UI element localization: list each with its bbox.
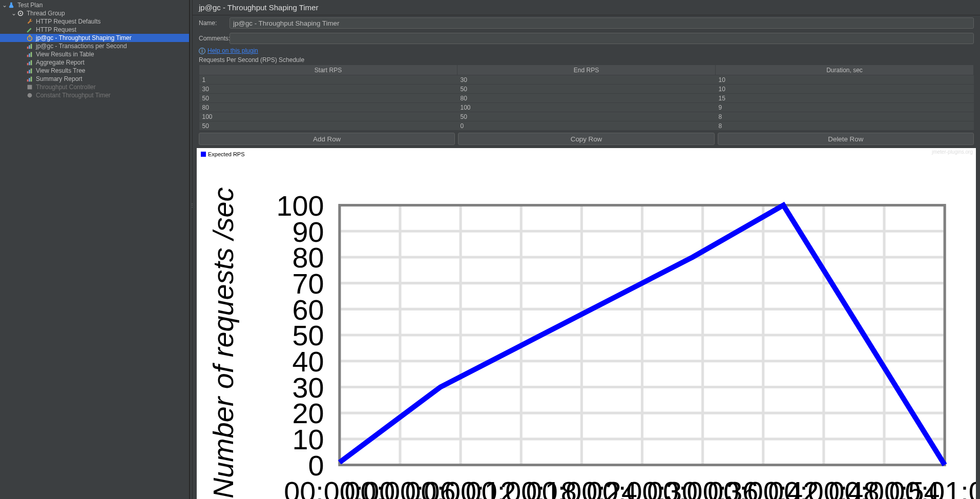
table-row[interactable]: 508015 [199,94,974,103]
panel-title: jp@gc - Throughput Shaping Timer [193,0,980,15]
tree-panel: ⌄Test Plan⌄Thread GroupHTTP Request Defa… [0,0,190,499]
name-label: Name: [199,19,230,27]
help-link[interactable]: Help on this plugin [207,47,258,54]
delete-row-button[interactable]: Delete Row [718,133,974,145]
tree-arrow-icon[interactable]: ⌄ [11,9,16,17]
timer-icon [26,34,34,42]
flask-icon [7,1,15,9]
cell[interactable]: 30 [457,75,716,85]
svg-rect-18 [31,77,32,82]
cell[interactable]: 50 [199,94,457,103]
tree-item-5[interactable]: jp@gc - Transactions per Second [0,42,189,50]
tree-item-label: Test Plan [17,1,43,9]
rps-table[interactable]: Start RPSEnd RPSDuration, sec 1301030501… [199,65,974,131]
chart-icon [26,58,34,67]
tree-item-2[interactable]: HTTP Request Defaults [0,17,189,26]
help-row: i Help on this plugin [193,46,980,55]
chart-icon [26,50,34,58]
svg-text:00:01:00: 00:01:00 [889,476,976,499]
rps-table-wrap: Start RPSEnd RPSDuration, sec 1301030501… [193,65,980,131]
cell[interactable]: 15 [716,94,974,103]
svg-point-1 [20,13,22,14]
schedule-label: Requests Per Second (RPS) Schedule [193,55,980,65]
tree-item-label: jp@gc - Throughput Shaping Timer [36,34,132,42]
cell[interactable]: 10 [716,85,974,94]
table-row[interactable]: 305010 [199,85,974,94]
chart-area: Expected RPS jmeter-plugins.org 01020304… [197,148,976,499]
col-header-2[interactable]: Duration, sec [716,65,974,75]
comments-label: Comments: [199,35,230,42]
info-icon: i [199,48,205,54]
cell[interactable]: 50 [199,121,457,131]
tree-item-label: Throughput Controller [36,83,96,91]
svg-rect-8 [29,53,30,57]
tree-item-7[interactable]: Aggregate Report [0,58,189,67]
svg-rect-9 [31,52,32,57]
chart-icon [26,42,34,50]
cell[interactable]: 80 [457,94,716,103]
svg-rect-14 [29,70,30,73]
tree-item-10[interactable]: Throughput Controller [0,83,189,91]
svg-rect-4 [27,47,29,49]
tree-arrow-icon[interactable]: ⌄ [2,1,7,9]
comments-row: Comments: [193,31,980,46]
svg-rect-7 [27,55,29,57]
tree-item-9[interactable]: Summary Report [0,75,189,83]
svg-rect-13 [27,71,29,73]
comments-input[interactable] [230,33,974,44]
cell[interactable]: 50 [457,85,716,94]
tree-item-label: View Results in Table [36,50,94,58]
main-panel: jp@gc - Throughput Shaping Timer Name: C… [193,0,980,499]
cell[interactable]: 8 [716,112,974,121]
cell[interactable]: 100 [199,112,457,121]
tree-item-4[interactable]: jp@gc - Throughput Shaping Timer [0,34,189,42]
tree-item-label: HTTP Request Defaults [36,17,101,26]
circle-icon [26,91,34,99]
tree-item-label: Summary Report [36,75,82,83]
svg-rect-3 [29,35,31,36]
svg-text:Number of requests /sec: Number of requests /sec [207,187,239,498]
tree-item-6[interactable]: View Results in Table [0,50,189,58]
table-row[interactable]: 13010 [199,75,974,85]
cell[interactable]: 8 [716,121,974,131]
splitter[interactable] [190,0,193,499]
svg-rect-16 [27,79,29,81]
cell[interactable]: 10 [716,75,974,85]
col-header-1[interactable]: End RPS [457,65,716,75]
cell[interactable]: 1 [199,75,457,85]
cell[interactable]: 50 [457,112,716,121]
table-row[interactable]: 801009 [199,103,974,112]
add-row-button[interactable]: Add Row [199,133,455,145]
cell[interactable]: 30 [199,85,457,94]
gear-icon [16,9,25,17]
svg-rect-17 [29,78,30,81]
tree-item-0[interactable]: ⌄Test Plan [0,1,189,9]
tree-item-3[interactable]: HTTP Request [0,26,189,34]
wrench-icon [26,17,34,26]
copy-row-button[interactable]: Copy Row [458,133,714,145]
table-row[interactable]: 100508 [199,112,974,121]
cell[interactable]: 100 [457,103,716,112]
chart-svg: 010203040506070809010000:00:0000:00:0600… [197,148,976,499]
col-header-0[interactable]: Start RPS [199,65,457,75]
name-input[interactable] [230,17,974,29]
svg-rect-15 [31,69,32,74]
box-icon [26,83,34,91]
tree-item-label: HTTP Request [36,26,76,34]
pencil-icon [26,26,34,34]
tree-item-11[interactable]: Constant Throughput Timer [0,91,189,99]
cell[interactable]: 9 [716,103,974,112]
cell[interactable]: 80 [199,103,457,112]
tree-item-label: jp@gc - Transactions per Second [36,42,127,50]
tree-item-1[interactable]: ⌄Thread Group [0,9,189,17]
cell[interactable]: 0 [457,121,716,131]
tree-item-8[interactable]: View Results Tree [0,67,189,75]
name-row: Name: [193,15,980,31]
tree-item-label: View Results Tree [36,67,86,75]
table-row[interactable]: 5008 [199,121,974,131]
svg-rect-12 [31,60,32,66]
chart-icon [26,67,34,75]
svg-rect-10 [27,63,29,65]
svg-rect-19 [28,85,32,90]
svg-rect-5 [29,45,30,49]
